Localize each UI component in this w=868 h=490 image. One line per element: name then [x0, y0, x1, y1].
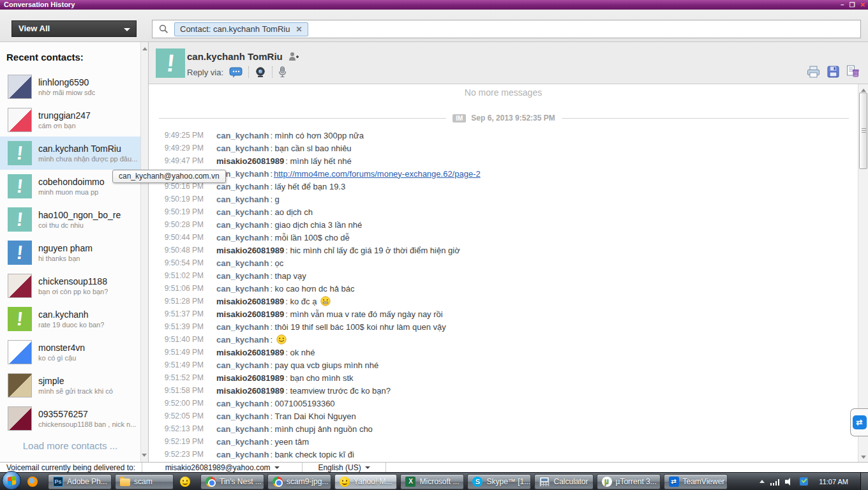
voicemail-account-dropdown[interactable]: misakio26081989@yahoo.com [142, 463, 302, 472]
delete-conversation-icon[interactable] [846, 65, 859, 78]
search-input[interactable]: Contact: can.kychanh TomRiu ✕ [152, 20, 861, 38]
reply-via-label: Reply via: [187, 68, 223, 77]
contact-list-item[interactable]: monster4vn ko có gì cậu [0, 336, 140, 369]
contact-list-item[interactable]: ! nguyen pham hi thanks bạn [0, 236, 140, 269]
taskbar-button[interactable]: ⇄ TeamViewer [664, 474, 728, 489]
contact-list-item[interactable]: trunggian247 cám ơn bạn [0, 103, 140, 137]
contacts-scrollbar[interactable] [140, 42, 148, 462]
taskbar-button[interactable] [177, 474, 197, 489]
webcam-icon[interactable] [255, 67, 266, 78]
message-row: 9:49:25 PM can_kychanh: mình có hơn 300p… [149, 129, 858, 142]
minimize-icon[interactable]: – [841, 2, 844, 8]
message-sender: misakio26081989 [216, 386, 284, 396]
taskbar-button[interactable]: Yahoo! M... [334, 474, 397, 489]
dropbox-icon[interactable] [800, 477, 808, 486]
message-link[interactable]: http://mmo4me.com/forums/money-exchange.… [274, 169, 481, 179]
load-more-contacts-link[interactable]: Load more contacts ... [0, 440, 140, 451]
message-timestamp: 9:51:49 PM [159, 348, 204, 357]
restore-icon[interactable]: ❐ [849, 2, 855, 8]
utorrent-icon: µ [602, 477, 612, 487]
show-desktop-button[interactable] [860, 473, 868, 490]
language-dropdown[interactable]: English (US) [303, 463, 385, 472]
close-icon[interactable]: ✕ [860, 2, 865, 8]
message-sender: can_kychanh [216, 437, 269, 447]
contact-name: can.kychanh [38, 309, 104, 320]
contact-name: nguyen pham [38, 243, 93, 253]
message-sender: can_kychanh [216, 335, 269, 345]
taskbar-button[interactable]: µ µTorrent 3... [597, 474, 661, 489]
message-row: 9:52:19 PM can_kychanh: yeen tâm [149, 435, 858, 448]
contact-list-item[interactable]: sjmple mình sẽ gửi track khi có [0, 369, 140, 402]
microphone-icon[interactable] [278, 66, 287, 78]
conversation-scrollbar[interactable] [858, 84, 868, 462]
start-button[interactable] [2, 471, 21, 490]
contact-avatar: ! [8, 241, 32, 265]
status-bar: Voicemail currently being delivered to: … [0, 462, 868, 472]
message-sender: can_kychanh [216, 322, 269, 332]
taskbar-button[interactable]: Calculator [534, 474, 593, 489]
message-row: can_kychanh: http://mmo4me.com/forums/mo… [149, 167, 858, 180]
taskbar-button[interactable]: X Microsoft ... [400, 474, 464, 489]
tray-expand-icon[interactable] [760, 480, 765, 483]
taskbar-button[interactable] [24, 474, 45, 489]
message-sender: can_kychanh [216, 207, 269, 217]
no-more-messages-label: No more messages [149, 87, 858, 98]
chrome-icon [273, 477, 283, 487]
contact-list-item[interactable]: ! can.kychanh rate 19 duoc ko ban? [0, 302, 140, 336]
contact-list-item[interactable]: ! hao100_ngon_bo_re coi thu dc nhiu [0, 203, 140, 236]
photoshop-icon: Ps [53, 477, 63, 487]
contact-name: hao100_ngon_bo_re [38, 210, 121, 220]
conversation-date-divider: IM Sep 6, 2013 9:52:35 PM [149, 114, 858, 122]
message-sender: misakio26081989 [216, 246, 284, 255]
view-filter-dropdown[interactable]: View All [11, 20, 137, 37]
message-timestamp: 9:50:16 PM [159, 182, 204, 191]
message-row: 9:52:00 PM can_kychanh: 0071005193360 [149, 397, 858, 410]
conversation-contact-name: can.kychanh TomRiu [187, 51, 283, 62]
add-buddy-icon[interactable] [288, 52, 299, 61]
contact-list-item[interactable]: ! can.kychanh TomRiu mình chưa nhận được… [0, 137, 140, 170]
contact-list-item[interactable]: linhlong6590 nhờ mãi miow sđc [0, 70, 140, 103]
scroll-up-icon[interactable] [142, 47, 147, 50]
message-timestamp: 9:52:13 PM [159, 424, 204, 433]
contact-status-message: mình sẽ gửi track khi có [38, 387, 113, 395]
teamviewer-quickconnect-popout[interactable]: ⇄ [850, 408, 868, 436]
chip-close-icon[interactable]: ✕ [296, 25, 302, 34]
taskbar-button[interactable]: Ps Adobe Ph... [48, 474, 112, 489]
scrollbar-thumb[interactable] [859, 93, 867, 169]
search-filter-chip[interactable]: Contact: can.kychanh TomRiu ✕ [174, 22, 308, 36]
save-icon[interactable] [827, 66, 839, 78]
scroll-down-icon[interactable] [861, 456, 866, 459]
contact-name: linhlong6590 [38, 77, 95, 87]
scroll-up-icon[interactable] [861, 89, 866, 92]
taskbar-clock[interactable]: 11:07 AM [819, 478, 848, 486]
message-timestamp: 9:52:00 PM [159, 399, 204, 408]
taskbar-button[interactable]: Tin's Nest ... [200, 474, 264, 489]
taskbar-button[interactable]: scam [115, 474, 174, 489]
contact-name: cobehondoimmo [38, 177, 105, 187]
print-icon[interactable] [807, 66, 820, 78]
message-content: can_kychanh: [216, 334, 287, 345]
message-row: 9:50:19 PM can_kychanh: g [149, 193, 858, 205]
contact-list-item[interactable]: 0935576257 chickensoup1188 ban , nick n.… [0, 402, 140, 435]
contact-status-message: ko có gì cậu [38, 354, 85, 362]
message-row: 9:49:29 PM can_kychanh: bạn cần sl bao n… [149, 142, 858, 154]
contact-list-item[interactable]: chickensoup1188 bạn ơi còn pp ko bạn? [0, 269, 140, 302]
message-sender: can_kychanh [216, 412, 269, 421]
message-content: misakio26081989: mình vẫn mua v rate đó … [216, 309, 443, 319]
volume-icon[interactable] [785, 478, 794, 486]
taskbar-button[interactable]: S Skype™ [1... [467, 474, 531, 489]
taskbar-button-label: Skype™ [1... [486, 477, 530, 486]
message-content: can_kychanh: bạn cần sl bao nhiêu [216, 144, 352, 153]
message-content: can_kychanh: lấy hết để bạn 19.3 [216, 182, 345, 191]
im-icon[interactable] [229, 67, 243, 78]
network-signal-icon[interactable] [770, 478, 779, 486]
message-content: can_kychanh: bank check topic kĩ đi [216, 450, 354, 459]
message-sender: can_kychanh [216, 195, 269, 204]
toolbar: View All Contact: can.kychanh TomRiu ✕ [0, 10, 868, 42]
taskbar-button[interactable]: scam9-jpg... [267, 474, 331, 489]
message-content: misakio26081989: ko đc ạ [216, 296, 331, 306]
firefox-icon [27, 477, 38, 487]
message-content: can_kychanh: http://mmo4me.com/forums/mo… [216, 169, 481, 179]
scroll-down-icon[interactable] [142, 454, 147, 457]
message-content: can_kychanh: giao dịch chia 3 lần nhé [216, 220, 362, 230]
